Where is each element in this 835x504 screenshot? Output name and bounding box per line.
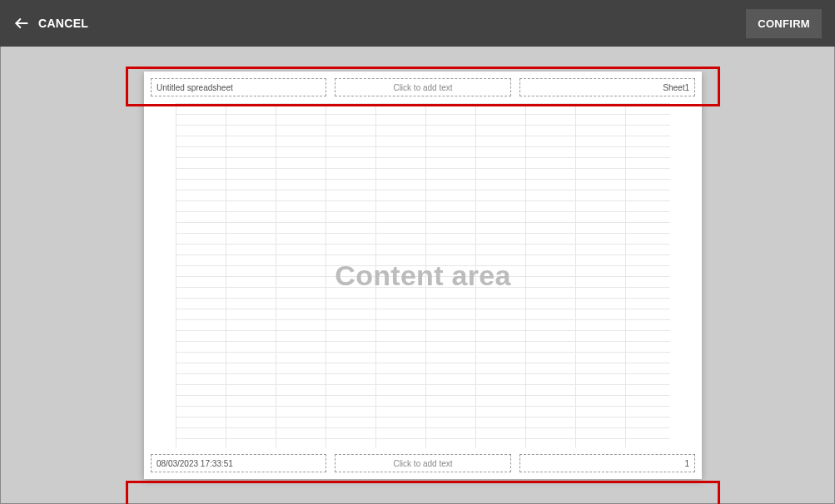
footer-highlight-box [126,481,720,504]
header-center-field[interactable]: Click to add text [335,78,510,96]
header-fields-row: Untitled spreadsheet Click to add text S… [151,78,695,96]
confirm-button[interactable]: CONFIRM [746,9,822,38]
footer-right-field[interactable]: 1 [519,454,695,472]
content-area-watermark: Content area [335,259,510,292]
back-arrow-icon [13,15,30,32]
footer-left-field[interactable]: 08/03/2023 17:33:51 [151,454,326,472]
page-inner: Untitled spreadsheet Click to add text S… [151,78,695,472]
cancel-label: CANCEL [38,17,88,30]
header-right-field[interactable]: Sheet1 [519,78,695,96]
footer-center-field[interactable]: Click to add text [335,454,510,472]
workspace: Untitled spreadsheet Click to add text S… [0,47,835,504]
top-bar: CANCEL CONFIRM [0,0,835,47]
content-area: Content area [151,103,695,447]
cancel-button[interactable]: CANCEL [13,15,88,32]
header-left-field[interactable]: Untitled spreadsheet [151,78,326,96]
footer-fields-row: 08/03/2023 17:33:51 Click to add text 1 [151,454,695,472]
page-preview: Untitled spreadsheet Click to add text S… [144,72,702,479]
